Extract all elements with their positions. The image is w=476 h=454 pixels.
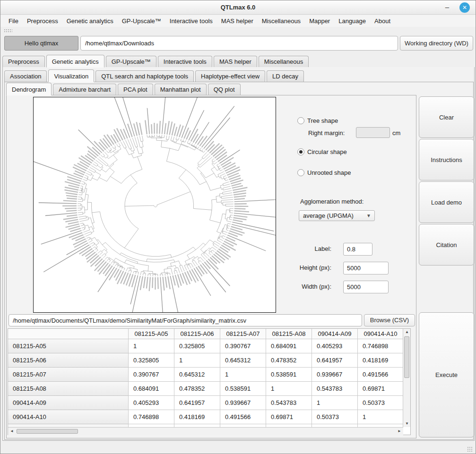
menu-language[interactable]: Language [334, 15, 370, 27]
table-cell[interactable]: 0.645312 [220, 353, 266, 368]
table-cell[interactable]: 1 [266, 382, 312, 396]
row-header-090414-a09[interactable]: 090414-A09 [8, 396, 129, 410]
table-cell[interactable]: 0.538591 [220, 382, 266, 396]
table-cell[interactable]: 1 [312, 396, 358, 410]
table-cell[interactable]: 0.645312 [174, 368, 220, 382]
tab-gp-upscale[interactable]: GP-Upscale™ [106, 56, 156, 67]
column-header-081215-a08[interactable]: 081215-A08 [266, 329, 312, 339]
table-cell[interactable]: 1 [358, 410, 403, 424]
tab-mas-helper[interactable]: MAS helper [214, 56, 257, 67]
table-cell[interactable]: 0.491566 [358, 368, 403, 382]
tab-preprocess[interactable]: Preprocess [2, 56, 45, 67]
menu-preprocess[interactable]: Preprocess [23, 15, 62, 27]
tab-visualization[interactable]: Visualization [48, 69, 94, 82]
right-margin-input[interactable] [356, 127, 390, 138]
scroll-down-icon[interactable]: ▼ [403, 420, 411, 427]
tab-admixture-barchart[interactable]: Admixture barchart [53, 84, 116, 95]
column-header-090414-a09[interactable]: 090414-A09 [312, 329, 358, 339]
table-cell[interactable]: 0.543783 [266, 396, 312, 410]
tab-qq-plot[interactable]: QQ plot [208, 84, 241, 95]
hello-qtlmax-button[interactable]: Hello qtlmax [4, 36, 78, 51]
tab-qtl-search-and-haplotype-tools[interactable]: QTL search and haplotype tools [95, 70, 194, 82]
tab-ld-decay[interactable]: LD decay [267, 70, 304, 82]
tab-dendrogram[interactable]: Dendrogram [6, 83, 52, 95]
table-cell[interactable]: 0.418169 [174, 410, 220, 424]
table-corner-header[interactable] [8, 329, 129, 339]
table-cell[interactable]: 0.478352 [266, 353, 312, 368]
column-header-090414-a10[interactable]: 090414-A10 [358, 329, 403, 339]
agglomeration-select[interactable]: average (UPGMA) ▼ [299, 210, 375, 221]
row-header-090414-a10[interactable]: 090414-A10 [8, 410, 129, 424]
table-cell[interactable]: 0.641957 [174, 396, 220, 410]
table-cell[interactable]: 0.405293 [312, 339, 358, 353]
menu-genetic-analytics[interactable]: Genetic analytics [62, 15, 118, 27]
titlebar[interactable]: QTLmax 6.0 – ✕ [0, 0, 476, 15]
minimize-button[interactable]: – [441, 0, 453, 15]
unrooted-shape-radio[interactable]: Unrooted shape [297, 169, 351, 177]
citation-button[interactable]: Citation [419, 224, 474, 266]
resize-grip[interactable] [467, 446, 473, 452]
tab-manhattan-plot[interactable]: Manhattan plot [155, 84, 207, 95]
row-header-081215-a07[interactable]: 081215-A07 [8, 368, 129, 382]
row-header-081215-a06[interactable]: 081215-A06 [8, 353, 129, 368]
menu-gp-upscale[interactable]: GP-Upscale™ [118, 15, 165, 27]
scroll-right-icon[interactable]: ► [396, 428, 403, 435]
table-cell[interactable]: 1 [220, 368, 266, 382]
instructions-button[interactable]: Instructions [419, 139, 474, 180]
table-cell[interactable]: 1 [174, 353, 220, 368]
table-cell[interactable]: 0.50373 [312, 410, 358, 424]
horizontal-scroll-thumb[interactable] [17, 429, 78, 434]
label-size-input[interactable] [343, 243, 372, 256]
close-icon[interactable]: ✕ [459, 2, 470, 13]
menu-miscellaneous[interactable]: Miscellaneous [258, 15, 305, 27]
table-cell[interactable]: 0.746898 [129, 410, 174, 424]
table-cell[interactable]: 0.939667 [220, 396, 266, 410]
tab-haplotype-effect-view[interactable]: Haplotype-effect view [195, 70, 265, 82]
table-cell[interactable]: 1 [129, 339, 174, 353]
table-cell[interactable]: 0.325805 [129, 353, 174, 368]
menu-mas-helper[interactable]: MAS helper [217, 15, 258, 27]
table-cell[interactable]: 0.939667 [312, 368, 358, 382]
menu-file[interactable]: File [4, 15, 23, 27]
table-cell[interactable]: 0.325805 [174, 339, 220, 353]
tab-interactive-tools[interactable]: Interactive tools [158, 56, 212, 67]
column-header-081215-a06[interactable]: 081215-A06 [174, 329, 220, 339]
table-cell[interactable]: 0.684091 [266, 339, 312, 353]
csv-path-input[interactable] [9, 314, 362, 326]
circular-shape-radio[interactable]: Circular shape [297, 148, 347, 156]
row-header-081215-a05[interactable]: 081215-A05 [8, 339, 129, 353]
table-cell[interactable]: 0.69871 [358, 382, 403, 396]
tab-genetic-analytics[interactable]: Genetic analytics [46, 55, 104, 68]
table-cell[interactable]: 0.390767 [220, 339, 266, 353]
table-cell[interactable]: 0.390767 [129, 368, 174, 382]
height-input[interactable] [343, 262, 389, 274]
tab-pca-plot[interactable]: PCA plot [118, 84, 153, 95]
table-horizontal-scrollbar[interactable]: ◄ ► [8, 427, 403, 435]
execute-button[interactable]: Execute [419, 312, 474, 437]
table-cell[interactable]: 0.538591 [266, 368, 312, 382]
width-input[interactable] [343, 281, 389, 293]
table-cell[interactable]: 0.543783 [312, 382, 358, 396]
clear-button[interactable]: Clear [419, 96, 474, 138]
table-cell[interactable]: 0.491566 [220, 410, 266, 424]
column-header-081215-a05[interactable]: 081215-A05 [129, 329, 174, 339]
menu-about[interactable]: About [370, 15, 395, 27]
tree-shape-radio[interactable]: Tree shape [297, 117, 338, 125]
column-header-081215-a07[interactable]: 081215-A07 [220, 329, 266, 339]
working-directory-input[interactable] [80, 36, 398, 51]
table-cell[interactable]: 0.684091 [129, 382, 174, 396]
tab-miscellaneous[interactable]: Miscellaneous [259, 56, 309, 67]
table-cell[interactable]: 0.746898 [358, 339, 403, 353]
row-header-081215-a08[interactable]: 081215-A08 [8, 382, 129, 396]
load-demo-button[interactable]: Load demo [419, 181, 474, 223]
vertical-scroll-thumb[interactable] [404, 336, 409, 378]
table-cell[interactable]: 0.405293 [129, 396, 174, 410]
menu-mapper[interactable]: Mapper [305, 15, 334, 27]
table-cell[interactable]: 0.418169 [358, 353, 403, 368]
table-cell[interactable]: 0.69871 [266, 410, 312, 424]
table-cell[interactable]: 0.641957 [312, 353, 358, 368]
working-directory-button[interactable]: Working directory (WD) [400, 36, 473, 51]
scroll-left-icon[interactable]: ◄ [8, 428, 16, 435]
table-cell[interactable]: 0.50373 [358, 396, 403, 410]
scroll-up-icon[interactable]: ▲ [403, 329, 411, 335]
